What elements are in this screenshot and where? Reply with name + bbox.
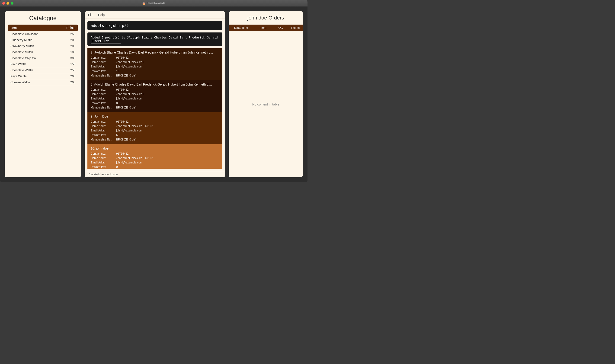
catalogue-panel: Catalogue Item Points Chocolate Croissan… bbox=[5, 11, 81, 177]
orders-item-header: Item bbox=[253, 25, 273, 31]
catalogue-item-points: 200 bbox=[57, 43, 78, 49]
catalogue-item-header: Item bbox=[8, 25, 57, 31]
menu-file[interactable]: File bbox=[88, 13, 93, 17]
person-card[interactable]: 7. JAdolph Blaine Charles David Earl Fre… bbox=[87, 48, 222, 80]
person-email: Email Addr.: johnd@example.com bbox=[91, 96, 219, 101]
title-bar-buttons bbox=[2, 2, 13, 5]
person-name: 8. Adolph Blaine Charles David Earl Fred… bbox=[91, 82, 219, 86]
output-scrollbar[interactable] bbox=[91, 43, 121, 44]
footer-path-text: ./data/addressbook.json bbox=[88, 173, 118, 176]
orders-qty-header: Qty bbox=[274, 25, 288, 31]
catalogue-item-points: 200 bbox=[57, 79, 78, 85]
persons-list[interactable]: 7. JAdolph Blaine Charles David Earl Fre… bbox=[87, 48, 222, 169]
orders-points-header: Points bbox=[288, 25, 303, 31]
orders-datetime-header: Date/Time bbox=[229, 25, 253, 31]
catalogue-item-name: Chocolate Chip Co... bbox=[8, 55, 57, 61]
person-membership: Membership Tier: BRONZE (0 pts) bbox=[91, 74, 219, 78]
person-membership: Membership Tier: BRONZE (0 pts) bbox=[91, 105, 219, 110]
catalogue-points-header: Points bbox=[57, 25, 78, 31]
person-name: 9. John Doe bbox=[91, 115, 219, 118]
person-email: Email Addr.: johnd@example.com bbox=[91, 129, 219, 133]
catalogue-row: Chocolate Croissant 250 bbox=[8, 31, 78, 37]
catalogue-item-name: Plain Waffle bbox=[8, 61, 57, 67]
catalogue-item-name: Chocolate Muffin bbox=[8, 49, 57, 55]
app-window: 🎂 SweetRewards Catalogue Item Points Cho… bbox=[0, 0, 308, 182]
person-email: Email Addr.: johnd@example.com bbox=[91, 160, 219, 165]
output-area: Added 5 point(s) to JAdolph Blaine Charl… bbox=[87, 32, 222, 46]
main-content: Catalogue Item Points Chocolate Croissan… bbox=[0, 6, 308, 182]
catalogue-row: Plain Waffle 150 bbox=[8, 61, 78, 67]
person-card[interactable]: 8. Adolph Blaine Charles David Earl Fred… bbox=[87, 80, 222, 112]
catalogue-row: Kaya Waffle 200 bbox=[8, 73, 78, 79]
catalogue-item-name: Blueberry Muffin bbox=[8, 37, 57, 43]
person-address: Home Addr.: John street, block 123 bbox=[91, 60, 219, 65]
catalogue-item-name: Strawberry Muffin bbox=[8, 43, 57, 49]
catalogue-item-points: 200 bbox=[57, 73, 78, 79]
person-contact: Contact no.: 98765432 bbox=[91, 56, 219, 60]
orders-title: john doe Orders bbox=[229, 11, 303, 25]
catalogue-title: Catalogue bbox=[8, 15, 78, 22]
catalogue-item-points: 300 bbox=[57, 55, 78, 61]
footer-path: ./data/addressbook.json bbox=[85, 171, 225, 177]
person-contact: Contact no.: 98765432 bbox=[91, 120, 219, 124]
person-contact: Contact no.: 98765432 bbox=[91, 152, 219, 156]
catalogue-item-points: 150 bbox=[57, 61, 78, 67]
person-reward-pts: Reward Pts: 10 bbox=[91, 69, 219, 74]
catalogue-item-points: 250 bbox=[57, 67, 78, 73]
middle-panel: File Help Added 5 point(s) to JAdolph Bl… bbox=[85, 11, 225, 177]
person-membership: Membership Tier: BRONZE (0 pts) bbox=[91, 138, 219, 142]
menu-bar: File Help bbox=[85, 11, 225, 19]
person-contact: Contact no.: 98765432 bbox=[91, 88, 219, 92]
catalogue-row: Blueberry Muffin 200 bbox=[8, 37, 78, 43]
person-email: Email Addr.: johnd@example.com bbox=[91, 65, 219, 69]
person-reward-pts: Reward Pts: 0 bbox=[91, 165, 219, 169]
person-reward-pts: Reward Pts: 50 bbox=[91, 133, 219, 137]
catalogue-item-points: 250 bbox=[57, 31, 78, 37]
title-bar: 🎂 SweetRewards bbox=[0, 0, 308, 6]
person-name: 7. JAdolph Blaine Charles David Earl Fre… bbox=[91, 51, 219, 54]
catalogue-row: Chocolate Chip Co... 300 bbox=[8, 55, 78, 61]
orders-table-header: Date/Time Item Qty Points bbox=[229, 25, 303, 31]
person-reward-pts: Reward Pts: 0 bbox=[91, 101, 219, 105]
catalogue-row: Cheese Waffle 200 bbox=[8, 79, 78, 85]
catalogue-item-name: Kaya Waffle bbox=[8, 73, 57, 79]
menu-help[interactable]: Help bbox=[98, 13, 105, 17]
person-address: Home Addr.: John street, block 123 bbox=[91, 92, 219, 96]
catalogue-item-points: 100 bbox=[57, 49, 78, 55]
catalogue-row: Strawberry Muffin 200 bbox=[8, 43, 78, 49]
app-title: 🎂 SweetRewards bbox=[142, 2, 165, 5]
catalogue-item-points: 200 bbox=[57, 37, 78, 43]
command-input[interactable] bbox=[87, 21, 222, 30]
catalogue-item-name: Cheese Waffle bbox=[8, 79, 57, 85]
catalogue-item-name: Chocolate Croissant bbox=[8, 31, 57, 37]
orders-empty-text: No content in table bbox=[252, 103, 279, 106]
catalogue-table: Item Points Chocolate Croissant 250 Blue… bbox=[8, 25, 78, 85]
person-name: 10. john doe bbox=[91, 146, 219, 150]
orders-panel: john doe Orders Date/Time Item Qty Point… bbox=[229, 11, 303, 177]
close-button[interactable] bbox=[2, 2, 5, 5]
catalogue-row: Chocolate Muffin 100 bbox=[8, 49, 78, 55]
minimize-button[interactable] bbox=[6, 2, 9, 5]
orders-empty-message: No content in table bbox=[229, 31, 303, 177]
output-text: Added 5 point(s) to JAdolph Blaine Charl… bbox=[91, 36, 218, 43]
maximize-button[interactable] bbox=[11, 2, 13, 5]
person-card[interactable]: 10. john doe Contact no.: 98765432 Home … bbox=[87, 144, 222, 169]
catalogue-item-name: Chocolate Waffle bbox=[8, 67, 57, 73]
person-address: Home Addr.: John street, block 123, #01-… bbox=[91, 156, 219, 160]
catalogue-row: Chocolate Waffle 250 bbox=[8, 67, 78, 73]
person-card[interactable]: 9. John Doe Contact no.: 98765432 Home A… bbox=[87, 112, 222, 144]
person-address: Home Addr.: John street, block 123, #01-… bbox=[91, 124, 219, 129]
